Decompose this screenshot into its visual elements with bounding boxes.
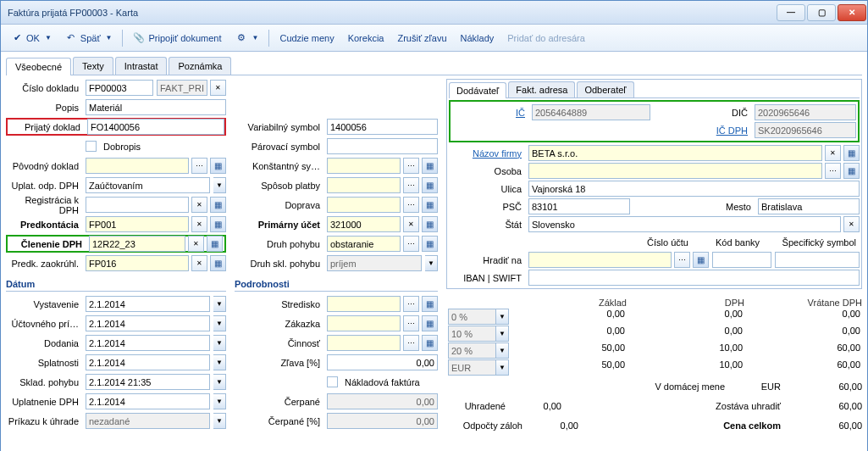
varsym-field[interactable]: 1400056 [327,119,438,135]
nakladova-faktura-checkbox[interactable] [327,376,338,387]
tab-poznamka[interactable]: Poznámka [169,57,231,75]
lookup-button[interactable] [403,197,419,213]
uplatnenie-dph-field[interactable]: 2.1.2014 [86,393,210,409]
cislo-dokladu-field[interactable]: FP00003 [86,80,153,96]
calendar-icon[interactable]: ▼ [213,296,226,312]
minimize-button[interactable]: — [777,4,805,21]
chevron-down-icon[interactable]: ▼ [496,309,509,325]
lookup-button[interactable] [403,158,419,174]
currency-combo[interactable]: EUR [448,359,496,376]
psc-field[interactable]: 83101 [528,198,630,214]
maximize-button[interactable]: ▢ [807,4,836,21]
dobropis-checkbox[interactable] [86,141,97,152]
tab-fakt-adresa[interactable]: Fakt. adresa [508,81,575,97]
lookup-button[interactable] [191,158,207,174]
lookup-button[interactable] [403,335,419,351]
lookup-button[interactable] [403,236,419,252]
iban-field[interactable] [528,270,860,286]
vystavenie-field[interactable]: 2.1.2014 [86,296,210,312]
sklad-pohybu-field[interactable]: 2.1.2014 21:35 [86,374,210,390]
clear-button[interactable] [188,236,204,252]
tab-vseobecne[interactable]: Všeobecné [6,58,71,75]
lookup-button[interactable] [825,163,841,179]
detail-button[interactable] [422,296,438,312]
lookup-button[interactable] [403,315,419,331]
kod-banky-field[interactable] [712,252,771,268]
osoba-field[interactable] [528,163,822,179]
clear-button[interactable] [403,216,419,232]
nazov-firmy-link[interactable]: Názov firmy [449,148,525,159]
nazov-firmy-field[interactable]: BETA s.r.o. [528,145,822,161]
detail-button[interactable] [422,216,438,232]
calendar-icon[interactable]: ▼ [213,315,226,331]
splatnosti-field[interactable]: 2.1.2014 [86,354,210,370]
sposob-platby-field[interactable] [327,177,401,193]
cancel-discount-button[interactable]: Zrušiť zľavu [392,31,451,46]
detail-button[interactable] [693,252,709,268]
konstsym-field[interactable] [327,158,401,174]
parsym-field[interactable] [327,138,438,154]
clenenie-dph-field[interactable]: 12R22_23 [89,236,185,252]
detail-button[interactable] [422,315,438,331]
registracia-dph-field[interactable] [86,197,189,213]
zakazka-field[interactable] [327,315,401,331]
calendar-icon[interactable]: ▼ [213,335,226,351]
detail-button[interactable] [422,158,438,174]
detail-button[interactable] [210,158,226,174]
detail-button[interactable] [207,236,223,252]
costs-button[interactable]: Náklady [456,31,500,46]
druh-pohybu-field[interactable]: obstaranie [327,236,401,252]
calendar-icon[interactable]: ▼ [213,413,226,429]
dodania-field[interactable]: 2.1.2014 [86,335,210,351]
detail-button[interactable] [843,145,860,161]
spec-symbol-field[interactable] [775,252,860,268]
clear-button[interactable] [191,255,207,271]
lookup-button[interactable] [403,177,419,193]
povodny-doklad-field[interactable] [86,158,189,174]
calendar-icon[interactable]: ▼ [213,354,226,370]
prikazu-k-uhrade-field[interactable]: nezadané [86,413,210,429]
predkontacia-field[interactable]: FP001 [86,216,189,232]
stat-field[interactable]: Slovensko [528,216,841,232]
lookup-button[interactable] [403,296,419,312]
prijaty-doklad-field[interactable]: FO1400056 [87,119,224,135]
detail-button[interactable] [422,335,438,351]
uplat-odp-dph-combo[interactable]: Zaúčtovaním [86,177,210,193]
detail-button[interactable] [422,177,438,193]
tab-intrastat[interactable]: Intrastat [115,57,168,75]
close-button[interactable]: ✕ [838,4,866,21]
doprava-field[interactable] [327,197,401,213]
clear-button[interactable] [191,216,207,232]
primarny-ucet-field[interactable]: 321000 [327,216,401,232]
detail-button[interactable] [210,197,226,213]
uctovneho-prijmu-field[interactable]: 2.1.2014 [86,315,210,331]
attach-button[interactable]: 📎Pripojiť dokument [128,30,226,47]
tab-odberatel[interactable]: Odberateľ [577,81,633,97]
rate-10-combo[interactable]: 10 % [448,326,496,342]
clear-button[interactable] [843,216,860,232]
clear-button[interactable] [191,197,207,213]
hradit-na-field[interactable] [528,252,672,268]
detail-button[interactable] [210,255,226,271]
chevron-down-icon[interactable]: ▼ [496,359,509,376]
clear-button[interactable] [210,80,226,96]
correction-button[interactable]: Korekcia [343,31,390,46]
ic-dph-field[interactable]: SK2020965646 [755,122,856,138]
dic-field[interactable]: 2020965646 [755,104,856,120]
detail-button[interactable] [210,216,226,232]
clear-button[interactable] [825,145,841,161]
chevron-down-icon[interactable]: ▼ [213,177,226,193]
stredisko-field[interactable] [327,296,401,312]
rate-20-combo[interactable]: 20 % [448,342,496,359]
add-to-addressbook-button[interactable]: Pridať do adresára [502,31,590,46]
tab-dodavatel[interactable]: Dodávateľ [449,82,506,98]
detail-button[interactable] [843,163,860,179]
back-button[interactable]: ↶Späť▼ [60,30,118,47]
calendar-icon[interactable]: ▼ [213,393,226,409]
detail-button[interactable] [422,236,438,252]
cinnost-field[interactable] [327,335,401,351]
settings-button[interactable]: ⚙▼ [230,30,264,47]
druh-skl-pohybu-field[interactable]: príjem [327,255,422,271]
calendar-icon[interactable]: ▼ [213,374,226,390]
tab-texty[interactable]: Texty [73,57,113,75]
